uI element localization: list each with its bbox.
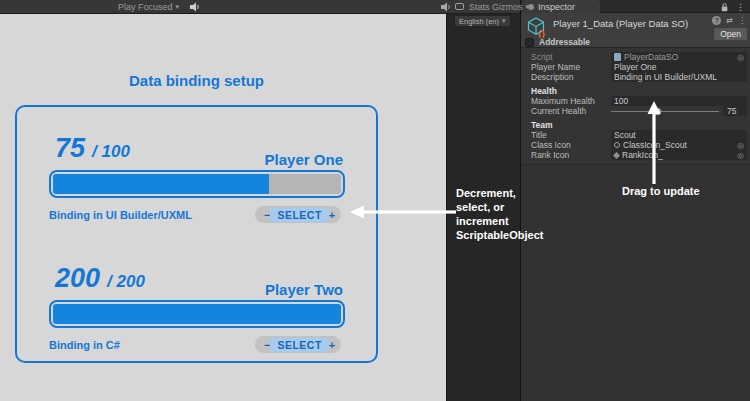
kebab-menu-icon[interactable]: ⋮ [738,16,746,25]
max-health-value: / 100 [92,142,130,162]
increment-button[interactable]: + [329,209,335,221]
game-view-toolbar: Play Focused ▾ Stats Gizmos ▾ [0,0,520,14]
scriptable-object-icon: {} [526,16,548,38]
mute-audio-button[interactable] [189,0,200,13]
csharp-script-icon [614,53,621,61]
game-audio-button[interactable] [440,0,451,13]
rank-icon-field[interactable]: RankIcon_ ◎ [611,150,747,160]
stats-label: Stats [469,2,490,12]
asset-title: Player 1_Data (Player Data SO) [553,18,688,29]
inspector-tab-bar: Inspector ⋮ [521,0,750,13]
addressable-label: Addressable [539,37,590,47]
script-field[interactable]: PlayerDataSO ◎ [611,52,747,62]
current-health-value-field[interactable]: 75 [723,106,747,116]
inspector-tab-label: Inspector [538,2,575,12]
player-one-stepper: − SELECT + [255,206,341,223]
stats-button[interactable]: Stats [469,0,490,13]
monitor-icon [455,3,464,10]
description-row: Description Binding in UI Builder/UXML [525,72,747,82]
script-value: PlayerDataSO [624,52,678,62]
class-icon-thumbnail [614,142,620,148]
select-button[interactable]: SELECT [270,338,328,352]
gizmos-dropdown[interactable]: Gizmos ▾ [492,0,529,13]
description-field[interactable]: Binding in UI Builder/UXML [611,72,747,82]
maximum-health-label: Maximum Health [525,96,611,106]
description-value: Binding in UI Builder/UXML [614,72,717,82]
lock-icon[interactable] [720,2,729,12]
help-icon[interactable]: ? [712,16,721,25]
play-focused-dropdown[interactable]: Play Focused ▾ [118,0,179,13]
rank-icon-label: Rank Icon [525,150,611,160]
kebab-menu-icon[interactable]: ⋮ [736,2,745,12]
inspector-header: {} Player 1_Data (Player Data SO) ? ⇄ ⋮ … [521,13,750,48]
player-two-health-text: 200 / 200 [55,263,145,294]
player-one-health-text: 75 / 100 [55,133,130,164]
chevron-down-icon: ▾ [502,17,506,25]
health-bar-fill [53,304,341,324]
health-section-header: Health [531,86,557,96]
game-capture-button[interactable] [455,0,464,13]
increment-button[interactable]: + [329,339,335,351]
current-health-label: Current Health [525,106,611,116]
object-picker-icon[interactable]: ◎ [737,141,744,150]
speaker-icon [440,2,451,12]
player-two-group: 200 / 200 Player Two Binding in C# − SEL… [17,263,376,358]
object-picker-icon[interactable]: ◎ [737,151,744,160]
player-name-value: Player One [614,62,657,72]
gizmos-label: Gizmos [492,2,523,12]
player-two-health-bar [49,300,345,328]
chevron-down-icon: ▾ [176,3,180,11]
team-section-header: Team [531,120,553,130]
maximum-health-field[interactable]: 100 [611,96,747,106]
class-icon-label: Class Icon [525,140,611,150]
health-bar-track [53,174,341,194]
chevron-down-icon: ▾ [526,3,530,11]
object-picker-icon[interactable]: ◎ [737,53,744,62]
max-health-value: / 200 [107,272,145,292]
annotation-arrow-left [350,203,456,221]
language-selector-dropdown[interactable]: English (en) ▾ [454,15,511,27]
addressable-checkbox[interactable] [525,38,534,47]
player-two-name: Player Two [265,281,343,298]
current-health-value: 75 [55,133,85,164]
current-health-slider[interactable] [611,106,719,116]
annotation-line: Decrement, [456,186,566,200]
title-value: Scout [614,130,636,140]
title-row: Title Scout [525,130,747,140]
script-row: Script PlayerDataSO ◎ [525,52,747,62]
maximum-health-value: 100 [614,96,628,106]
player-name-field[interactable]: Player One [611,62,747,72]
maximum-health-row: Maximum Health 100 [525,96,747,106]
current-health-value: 200 [55,263,100,294]
speaker-icon [189,2,200,12]
select-button[interactable]: SELECT [270,208,328,222]
language-label: English (en) [459,17,499,26]
stepper-annotation: Decrement, select, or increment Scriptab… [456,186,566,242]
title-field[interactable]: Scout [611,130,747,140]
player-one-group: 75 / 100 Player One Binding in UI Builde… [17,133,376,228]
title-label: Title [525,130,611,140]
tab-inspector[interactable]: Inspector [522,0,600,13]
player-one-name: Player One [265,151,343,168]
presets-icon[interactable]: ⇄ [726,16,733,25]
annotation-line: increment [456,214,566,228]
class-icon-field[interactable]: ClassIcon_Scout ◎ [611,140,747,150]
slider-annotation: Drag to update [622,185,700,197]
annotation-arrow-up [646,101,662,184]
rank-icon-thumbnail [613,151,620,158]
annotation-line: ScriptableObject [456,228,566,242]
open-button[interactable]: Open [714,28,747,40]
player-name-row: Player Name Player One [525,62,747,72]
health-bar-fill [53,174,269,194]
player-one-health-bar [49,170,345,198]
rank-icon-row: Rank Icon RankIcon_ ◎ [525,150,747,160]
annotation-line: select, or [456,200,566,214]
binding-caption: Binding in C# [49,339,120,351]
script-label: Script [525,52,611,62]
page-title: Data binding setup [15,72,378,89]
binding-caption: Binding in UI Builder/UXML [49,209,192,221]
description-label: Description [525,72,611,82]
current-health-row: Current Health 75 [525,106,747,116]
player-name-label: Player Name [525,62,611,72]
unity-editor-window: Play Focused ▾ Stats Gizmos ▾ Data bindi… [0,0,750,401]
